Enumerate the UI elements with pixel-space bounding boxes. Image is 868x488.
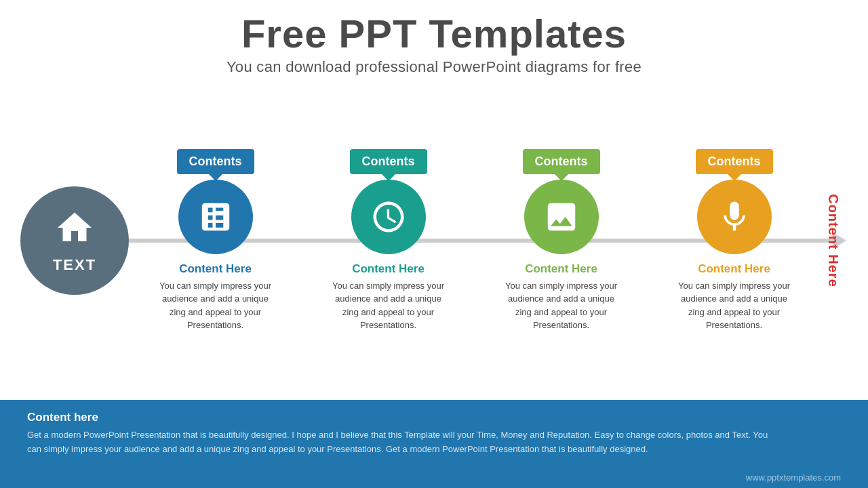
bottom-title: Content here (27, 411, 841, 424)
page-subtitle: You can download professional PowerPoint… (27, 58, 841, 76)
timeline-item-2: Contents Content Here You can simply imp… (329, 149, 448, 332)
icon-circle-4 (697, 180, 772, 254)
timeline-area: Contents Content Here You can simply imp… (129, 149, 821, 332)
right-label: Content Here (826, 194, 842, 287)
page: Free PPT Templates You can download prof… (0, 0, 868, 488)
website-label: www.pptxtemplates.com (746, 472, 841, 483)
bottom-text: Get a modern PowerPoint Presentation tha… (27, 428, 773, 457)
icon-circle-2 (351, 180, 426, 254)
bubble-2: Contents (350, 149, 427, 174)
items-row: Contents Content Here You can simply imp… (129, 149, 821, 332)
header: Free PPT Templates You can download prof… (0, 0, 868, 81)
content-desc-3: You can simply impress your audience and… (502, 279, 620, 332)
main-diagram: TEXT Contents Content Here (0, 81, 868, 400)
clock-icon (370, 199, 407, 235)
content-title-3: Content Here (525, 262, 597, 276)
bubble-4: Contents (696, 149, 773, 174)
icon-circle-3 (524, 180, 599, 254)
timeline-item-3: Contents Content Here You can simply imp… (502, 149, 620, 332)
left-circle-label: TEXT (53, 256, 96, 274)
content-desc-4: You can simply impress your audience and… (675, 279, 793, 332)
calculator-icon (197, 199, 234, 235)
content-title-4: Content Here (698, 262, 770, 276)
timeline-item-4: Contents Content Here You can simply imp… (675, 149, 793, 332)
bubble-3: Contents (523, 149, 600, 174)
microphone-icon (716, 199, 753, 235)
bottom-bar: Content here Get a modern PowerPoint Pre… (0, 400, 868, 488)
timeline-item-1: Contents Content Here You can simply imp… (156, 149, 275, 332)
left-circle: TEXT (20, 186, 129, 295)
content-title-2: Content Here (352, 262, 425, 276)
page-title: Free PPT Templates (27, 12, 841, 56)
house-icon (54, 207, 95, 253)
image-icon (543, 199, 580, 235)
bubble-1: Contents (177, 149, 254, 174)
content-desc-1: You can simply impress your audience and… (156, 279, 275, 332)
icon-circle-1 (178, 180, 253, 254)
content-title-1: Content Here (179, 262, 252, 276)
content-desc-2: You can simply impress your audience and… (329, 279, 448, 332)
